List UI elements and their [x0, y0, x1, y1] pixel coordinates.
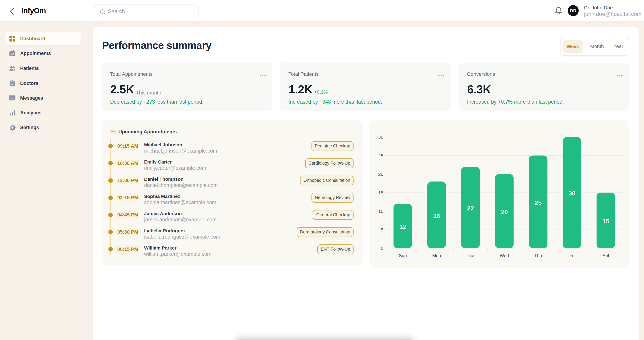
svg-text:0: 0 [381, 246, 384, 251]
svg-text:18: 18 [433, 212, 440, 219]
svg-text:Tue: Tue [467, 253, 474, 258]
svg-text:25: 25 [378, 153, 383, 158]
svg-text:Fri: Fri [569, 253, 574, 258]
svg-text:15: 15 [378, 190, 383, 195]
svg-text:30: 30 [378, 135, 383, 140]
svg-text:30: 30 [568, 190, 576, 197]
svg-text:Mon: Mon [432, 253, 441, 258]
svg-text:12: 12 [399, 223, 406, 230]
svg-text:Sun: Sun [399, 253, 407, 258]
svg-text:5: 5 [381, 227, 384, 232]
svg-text:22: 22 [467, 205, 474, 212]
svg-text:Wed: Wed [500, 253, 509, 258]
svg-text:Sat: Sat [602, 253, 609, 258]
svg-text:10: 10 [378, 209, 383, 214]
svg-text:20: 20 [501, 208, 508, 215]
svg-text:20: 20 [378, 171, 383, 177]
svg-text:Thu: Thu [534, 253, 542, 258]
svg-text:15: 15 [602, 218, 609, 225]
svg-text:25: 25 [534, 199, 542, 206]
